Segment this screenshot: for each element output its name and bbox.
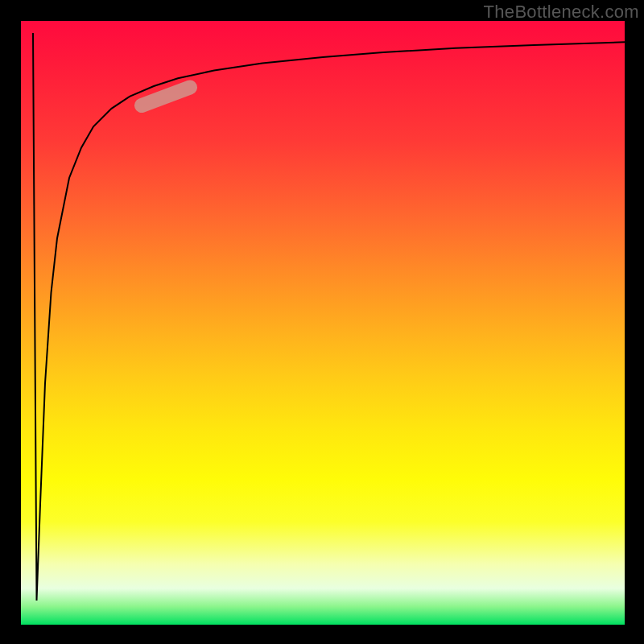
watermark-text: TheBottleneck.com [484,2,639,23]
plot-area [21,21,625,625]
chart-frame: TheBottleneck.com [0,0,644,644]
